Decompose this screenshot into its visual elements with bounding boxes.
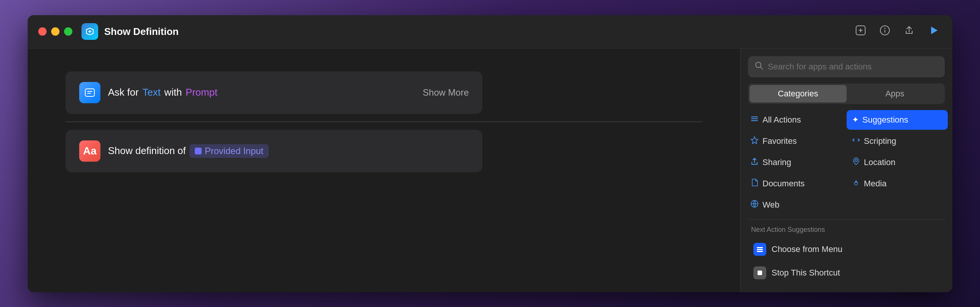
canvas: Ask for Text with Prompt Show More Aa Sh…: [28, 49, 740, 292]
titlebar-actions: [853, 22, 942, 41]
svg-rect-10: [757, 249, 763, 250]
run-button[interactable]: [926, 22, 942, 41]
svg-rect-12: [757, 270, 762, 275]
svg-rect-11: [757, 251, 763, 252]
all-actions-label: All Actions: [762, 115, 801, 125]
suggestion-stop-shortcut[interactable]: Stop This Shortcut: [748, 261, 945, 285]
ask-for-icon: [79, 82, 100, 103]
ask-for-connector: with: [164, 86, 182, 98]
location-icon: [852, 157, 860, 168]
category-documents[interactable]: Documents: [745, 174, 846, 193]
svg-point-7: [854, 182, 858, 185]
media-icon: [852, 178, 860, 189]
show-more-button[interactable]: Show More: [423, 87, 469, 98]
scripting-icon: [852, 136, 860, 147]
category-sharing[interactable]: Sharing: [745, 153, 846, 172]
category-favorites[interactable]: Favorites: [745, 131, 846, 151]
share-button[interactable]: [902, 23, 917, 41]
main-content: Ask for Text with Prompt Show More Aa Sh…: [28, 49, 952, 292]
app-icon: [81, 23, 98, 40]
suggestions-icon: ✦: [852, 115, 859, 125]
main-window: Show Definition: [28, 15, 952, 292]
suggestions-section: Next Action Suggestions Choose from Menu: [740, 221, 952, 292]
show-definition-action-card: Aa Show definition of Provided Input: [65, 130, 482, 172]
documents-label: Documents: [762, 179, 805, 189]
badge-label: Provided Input: [205, 146, 263, 156]
info-button[interactable]: [877, 23, 892, 41]
favorites-icon: [750, 136, 759, 147]
traffic-lights: [38, 27, 72, 36]
next-action-title: Next Action Suggestions: [748, 226, 945, 234]
search-bar: [748, 56, 945, 77]
close-button[interactable]: [38, 27, 47, 36]
sidebar-divider: [748, 219, 945, 220]
search-input[interactable]: [768, 62, 938, 72]
maximize-button[interactable]: [64, 27, 72, 36]
category-scripting[interactable]: Scripting: [846, 131, 948, 151]
sharing-label: Sharing: [762, 157, 791, 167]
category-location[interactable]: Location: [846, 153, 948, 172]
choose-from-menu-icon: [753, 243, 766, 256]
suggestion-choose-from-menu[interactable]: Choose from Menu: [748, 238, 945, 261]
show-definition-text: Show definition of Provided Input: [108, 144, 469, 158]
choose-from-menu-label: Choose from Menu: [772, 245, 842, 254]
suggestions-label: Suggestions: [862, 115, 908, 125]
scripting-label: Scripting: [864, 136, 897, 146]
card-divider: [65, 122, 702, 122]
tab-apps[interactable]: Apps: [846, 85, 943, 102]
category-web[interactable]: Web: [745, 195, 846, 215]
svg-point-2: [885, 28, 886, 29]
titlebar: Show Definition: [28, 15, 952, 49]
category-all-actions[interactable]: All Actions: [745, 110, 846, 130]
ask-for-prompt-tag[interactable]: Prompt: [186, 86, 218, 98]
minimize-button[interactable]: [51, 27, 59, 36]
tab-categories[interactable]: Categories: [749, 85, 846, 102]
add-shortcut-button[interactable]: [853, 23, 868, 41]
category-suggestions[interactable]: ✦ Suggestions: [846, 110, 948, 130]
tab-row: Categories Apps: [748, 83, 945, 104]
web-label: Web: [762, 200, 780, 210]
window-title: Show Definition: [104, 26, 853, 38]
location-label: Location: [864, 157, 896, 167]
ask-for-action-card: Ask for Text with Prompt Show More: [65, 71, 482, 114]
ask-for-text: Ask for Text with Prompt: [108, 86, 415, 98]
web-icon: [750, 200, 759, 210]
stop-shortcut-label: Stop This Shortcut: [772, 268, 840, 278]
documents-icon: [750, 178, 759, 189]
svg-rect-4: [85, 89, 94, 96]
category-media[interactable]: Media: [846, 174, 948, 193]
show-definition-label: Show definition of: [108, 145, 186, 157]
media-label: Media: [864, 179, 887, 189]
favorites-label: Favorites: [762, 136, 797, 146]
svg-marker-3: [931, 27, 937, 34]
ask-for-type-tag[interactable]: Text: [143, 86, 161, 98]
badge-icon: [195, 148, 202, 154]
search-icon: [755, 61, 763, 72]
sidebar: Categories Apps All Actions ✦ Su: [740, 49, 952, 292]
svg-rect-9: [757, 247, 763, 248]
stop-shortcut-icon: [753, 266, 766, 279]
all-actions-icon: [750, 115, 759, 125]
category-grid: All Actions ✦ Suggestions Favorites: [740, 110, 952, 215]
show-definition-icon: Aa: [79, 141, 100, 161]
provided-input-badge[interactable]: Provided Input: [189, 144, 269, 158]
svg-point-6: [855, 159, 857, 161]
sharing-icon: [750, 157, 759, 168]
ask-for-label: Ask for: [108, 86, 139, 98]
